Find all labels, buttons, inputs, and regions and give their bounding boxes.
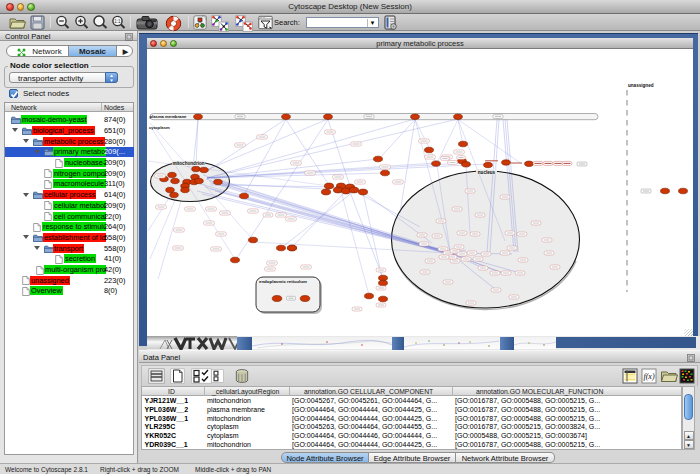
svg-text:cytoplasm: cytoplasm (149, 125, 170, 130)
svg-text:mitochondrion: mitochondrion (172, 161, 204, 166)
svg-text:plasma membrane: plasma membrane (150, 114, 187, 119)
svg-text:1:1: 1:1 (114, 19, 121, 24)
svg-text:nucleus: nucleus (478, 170, 496, 175)
svg-text:unassigned: unassigned (628, 83, 654, 88)
svg-text:endoplasmic reticulum: endoplasmic reticulum (259, 279, 307, 284)
svg-text:f(x): f(x) (643, 372, 654, 381)
